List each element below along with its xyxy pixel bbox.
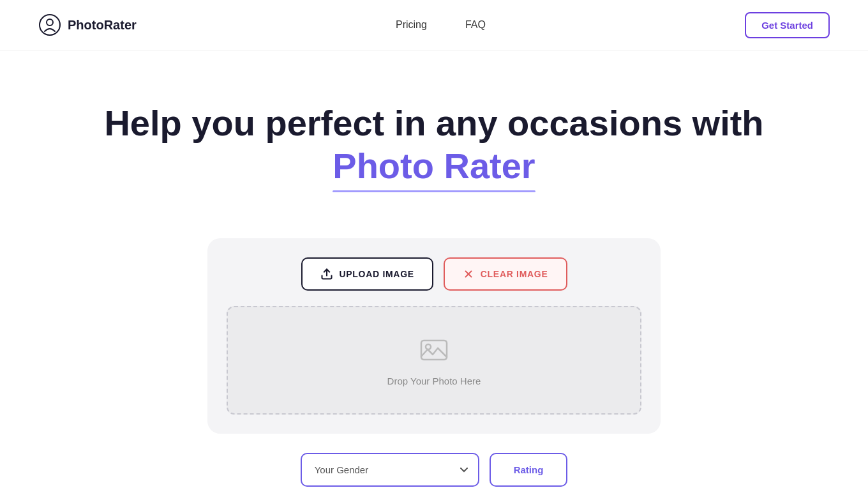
hero-title: Help you perfect in any occasions with P… xyxy=(13,102,855,187)
action-row: Your Gender Male Female Other Rating xyxy=(0,453,868,487)
clear-image-button[interactable]: CLEAR IMAGE xyxy=(444,257,567,291)
rating-button[interactable]: Rating xyxy=(490,453,568,487)
hero-title-line2: Photo Rater xyxy=(333,144,535,187)
logo-text: PhotoRater xyxy=(68,18,137,33)
svg-rect-5 xyxy=(421,340,447,360)
logo-icon xyxy=(38,13,61,36)
close-icon xyxy=(463,268,474,280)
drop-zone[interactable]: Drop Your Photo Here xyxy=(227,306,641,415)
photo-placeholder-icon xyxy=(419,334,449,367)
nav-pricing[interactable]: Pricing xyxy=(396,19,427,31)
get-started-button[interactable]: Get Started xyxy=(745,12,830,38)
hero-section: Help you perfect in any occasions with P… xyxy=(0,50,868,213)
upload-image-button[interactable]: UPLOAD IMAGE xyxy=(301,257,433,291)
svg-point-6 xyxy=(426,344,431,349)
upload-button-row: UPLOAD IMAGE CLEAR IMAGE xyxy=(227,257,641,291)
main-nav: Pricing FAQ xyxy=(396,19,486,31)
drop-zone-label: Drop Your Photo Here xyxy=(387,376,481,386)
hero-title-line1: Help you perfect in any occasions with xyxy=(104,103,763,143)
logo[interactable]: PhotoRater xyxy=(38,13,137,36)
upload-icon xyxy=(320,268,333,280)
svg-point-1 xyxy=(47,19,53,26)
nav-faq[interactable]: FAQ xyxy=(465,19,486,31)
gender-select[interactable]: Your Gender Male Female Other xyxy=(301,453,479,487)
upload-section: UPLOAD IMAGE CLEAR IMAGE Drop Your Photo… xyxy=(207,238,661,434)
